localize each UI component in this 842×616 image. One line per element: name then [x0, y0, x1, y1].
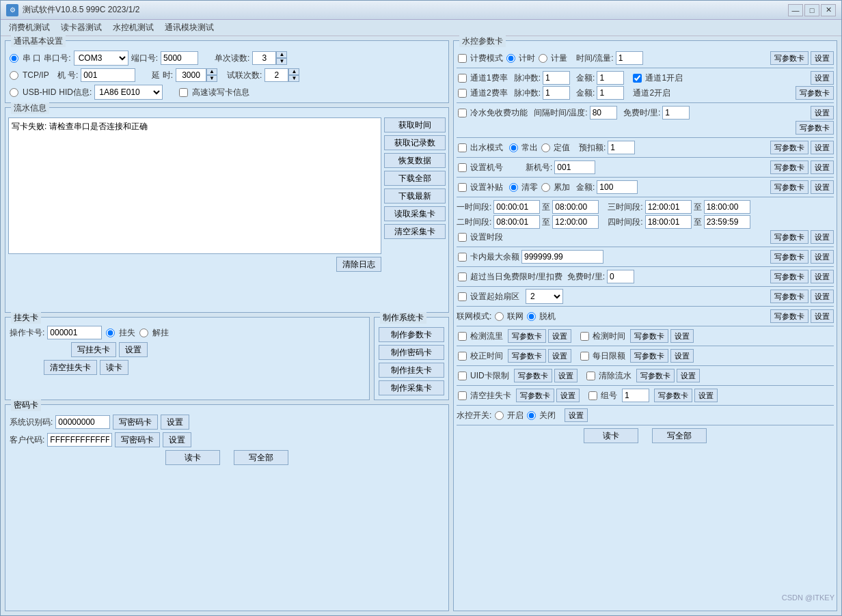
write-param-btn2[interactable]: 写参数卡: [796, 86, 834, 100]
free-per2-input[interactable]: [607, 270, 634, 283]
amount-input2[interactable]: [597, 86, 624, 100]
daily-limit-checkbox[interactable]: [580, 352, 589, 361]
set-btn7[interactable]: 设置: [811, 230, 834, 244]
water-read-button[interactable]: 读卡: [584, 428, 638, 443]
write-lost-button[interactable]: 写挂失卡: [71, 342, 116, 357]
max-balance-checkbox[interactable]: [458, 253, 467, 262]
new-machine-input[interactable]: [554, 160, 595, 174]
get-record-button[interactable]: 获取记录数: [384, 135, 446, 150]
read-collect-button[interactable]: 读取采集卡: [384, 206, 446, 221]
write-param-btn4[interactable]: 写参数卡: [770, 141, 809, 154]
set-btn2[interactable]: 设置: [811, 71, 834, 85]
time-seg2-end[interactable]: [552, 215, 599, 229]
exceed-free-checkbox[interactable]: [458, 272, 467, 281]
retry-down[interactable]: ▼: [288, 75, 299, 82]
delay-up[interactable]: ▲: [206, 68, 217, 75]
set-btn11[interactable]: 设置: [811, 309, 834, 323]
write-param-btn14[interactable]: 写参数卡: [508, 349, 546, 363]
clear-lost-button[interactable]: 清空挂失卡: [44, 360, 97, 375]
clear-flow-checkbox[interactable]: [586, 372, 595, 380]
write-param-btn3[interactable]: 写参数卡: [796, 121, 834, 135]
set-btn8[interactable]: 设置: [811, 250, 834, 264]
make-collect-button[interactable]: 制作采集卡: [379, 380, 444, 395]
customer-code-input[interactable]: [47, 433, 112, 447]
billing-mode-checkbox[interactable]: [458, 54, 467, 63]
log-area[interactable]: 写卡失败: 请检查串口是否连接和正确: [8, 117, 381, 254]
start-zone-select[interactable]: 2 1 3: [526, 289, 563, 304]
write-param-btn8[interactable]: 写参数卡: [770, 250, 809, 264]
metered-radio[interactable]: [539, 54, 547, 63]
set-btn4[interactable]: 设置: [811, 141, 834, 154]
machine-input[interactable]: [81, 68, 135, 82]
download-latest-button[interactable]: 下载最新: [384, 188, 446, 204]
time-seg1-start[interactable]: [493, 200, 540, 214]
write-param-btn11[interactable]: 写参数卡: [770, 309, 809, 323]
write-param-btn17[interactable]: 写参数卡: [636, 369, 675, 382]
pwd-read-button[interactable]: 读卡: [165, 450, 220, 465]
channel1-open-checkbox[interactable]: [633, 74, 642, 83]
subsidy-checkbox[interactable]: [458, 183, 467, 192]
pwd-set-btn2[interactable]: 设置: [163, 432, 191, 447]
group-checkbox[interactable]: [588, 391, 597, 400]
restore-button[interactable]: 恢复数据: [384, 153, 446, 168]
set-btn15[interactable]: 设置: [670, 349, 694, 363]
max-balance-input[interactable]: [521, 250, 603, 264]
channel2-rate-checkbox[interactable]: [458, 89, 467, 98]
single-read-up[interactable]: ▲: [276, 51, 287, 58]
get-time-button[interactable]: 获取时间: [384, 117, 446, 132]
lost-set-button[interactable]: 设置: [119, 342, 148, 357]
time-seg1-end[interactable]: [552, 200, 599, 214]
write-param-btn7[interactable]: 写参数卡: [770, 230, 809, 244]
pulse-input1[interactable]: [543, 71, 570, 85]
retry-input[interactable]: [264, 68, 288, 82]
single-read-input[interactable]: [252, 51, 276, 65]
free-per-input[interactable]: [662, 106, 690, 120]
time-seg3-end[interactable]: [704, 200, 750, 214]
single-read-down[interactable]: ▼: [276, 58, 287, 65]
clear-log-button[interactable]: 清除日志: [336, 257, 381, 272]
make-pwd-button[interactable]: 制作密码卡: [379, 345, 444, 360]
start-zone-checkbox[interactable]: [458, 292, 467, 301]
time-flow-input[interactable]: [616, 51, 643, 65]
tcpip-radio[interactable]: [10, 71, 18, 80]
set-btn3[interactable]: 设置: [811, 106, 834, 120]
set-btn5[interactable]: 设置: [811, 160, 834, 174]
accumulate-radio[interactable]: [541, 183, 550, 192]
set-btn17[interactable]: 设置: [677, 369, 700, 382]
set-btn6[interactable]: 设置: [811, 180, 834, 194]
close-radio[interactable]: [527, 411, 536, 420]
machine-no-checkbox[interactable]: [458, 163, 467, 172]
fixed-radio[interactable]: [541, 143, 550, 152]
download-all-button[interactable]: 下载全部: [384, 171, 446, 186]
unlost-radio[interactable]: [139, 328, 148, 337]
serial-port-select[interactable]: COM3 COM1 COM2: [74, 51, 128, 66]
write-param-btn10[interactable]: 写参数卡: [770, 290, 809, 303]
write-param-btn12[interactable]: 写参数卡: [508, 329, 546, 343]
pwd-write-all-button[interactable]: 写全部: [234, 450, 288, 465]
menu-water-test[interactable]: 水控机测试: [107, 20, 159, 35]
amount-sub-input[interactable]: [597, 180, 638, 194]
networked-radio[interactable]: [495, 312, 504, 321]
pulse-input2[interactable]: [543, 86, 570, 100]
write-param-btn19[interactable]: 写参数卡: [654, 389, 692, 402]
amount-input1[interactable]: [597, 71, 624, 85]
clear-radio[interactable]: [509, 183, 518, 192]
maximize-button[interactable]: □: [804, 4, 819, 16]
serial-radio[interactable]: [10, 54, 18, 63]
set-btn14[interactable]: 设置: [548, 349, 571, 363]
write-param-btn18[interactable]: 写参数卡: [516, 389, 554, 402]
time-seg4-end[interactable]: [704, 215, 750, 229]
uid-limit-checkbox[interactable]: [458, 372, 467, 380]
group-input[interactable]: [622, 389, 649, 402]
time-seg4-start[interactable]: [645, 215, 692, 229]
port-input[interactable]: [161, 51, 198, 65]
hid-select[interactable]: 1A86 E010: [94, 85, 163, 100]
channel1-rate-checkbox[interactable]: [458, 74, 467, 83]
op-card-input[interactable]: [47, 326, 102, 339]
set-btn9[interactable]: 设置: [811, 270, 834, 283]
sys-id-input[interactable]: [55, 415, 110, 429]
set-btn13[interactable]: 设置: [670, 329, 694, 343]
offline-radio[interactable]: [527, 312, 536, 321]
free-cold-checkbox[interactable]: [458, 109, 467, 117]
write-pwd-btn1[interactable]: 写密码卡: [113, 415, 158, 430]
